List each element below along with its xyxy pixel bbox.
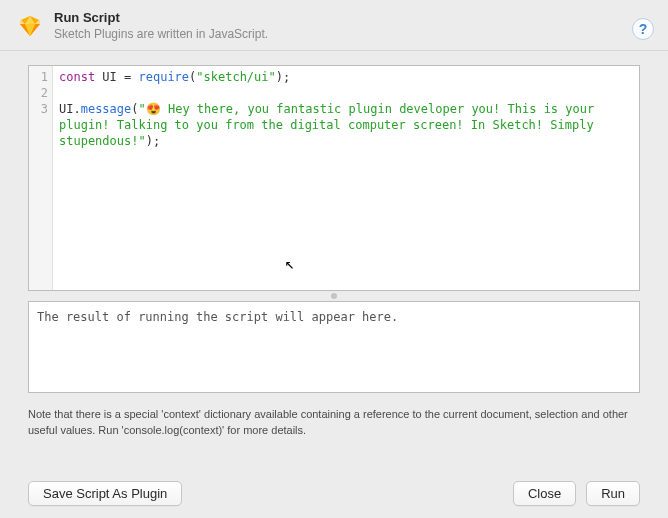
help-icon[interactable]: ? <box>632 18 654 40</box>
token-fn: message <box>81 102 132 116</box>
run-button[interactable]: Run <box>586 481 640 506</box>
token-punct: ); <box>146 134 160 148</box>
dialog-subtitle: Sketch Plugins are written in JavaScript… <box>54 27 632 43</box>
title-group: Run Script Sketch Plugins are written in… <box>54 10 632 42</box>
token-fn: require <box>138 70 189 84</box>
dialog-title: Run Script <box>54 10 632 26</box>
output-panel[interactable]: The result of running the script will ap… <box>28 301 640 393</box>
code-area[interactable]: const UI = require("sketch/ui"); UI.mess… <box>53 66 639 290</box>
output-placeholder: The result of running the script will ap… <box>37 310 398 324</box>
code-editor[interactable]: 1 2 3 const UI = require("sketch/ui"); U… <box>28 65 640 291</box>
mouse-cursor-icon: ↖ <box>285 256 295 272</box>
content-area: 1 2 3 const UI = require("sketch/ui"); U… <box>0 51 668 393</box>
token-string: "😍 Hey there, you fantastic plugin devel… <box>59 102 601 148</box>
close-button[interactable]: Close <box>513 481 576 506</box>
token-obj: UI. <box>59 102 81 116</box>
editor-gutter: 1 2 3 <box>29 66 53 290</box>
token-keyword: const <box>59 70 95 84</box>
line-number: 2 <box>29 85 48 101</box>
token-punct: ( <box>131 102 138 116</box>
footer: Save Script As Plugin Close Run <box>0 481 668 506</box>
save-script-button[interactable]: Save Script As Plugin <box>28 481 182 506</box>
header: Run Script Sketch Plugins are written in… <box>0 0 668 51</box>
token-string: "sketch/ui" <box>196 70 275 84</box>
splitter-handle[interactable] <box>28 291 640 301</box>
sketch-diamond-icon <box>18 14 42 38</box>
line-number: 3 <box>29 101 48 117</box>
token-punct: ); <box>276 70 290 84</box>
line-number: 1 <box>29 69 48 85</box>
token-var: UI = <box>95 70 138 84</box>
context-note: Note that there is a special 'context' d… <box>0 393 668 438</box>
grip-icon <box>331 293 337 299</box>
